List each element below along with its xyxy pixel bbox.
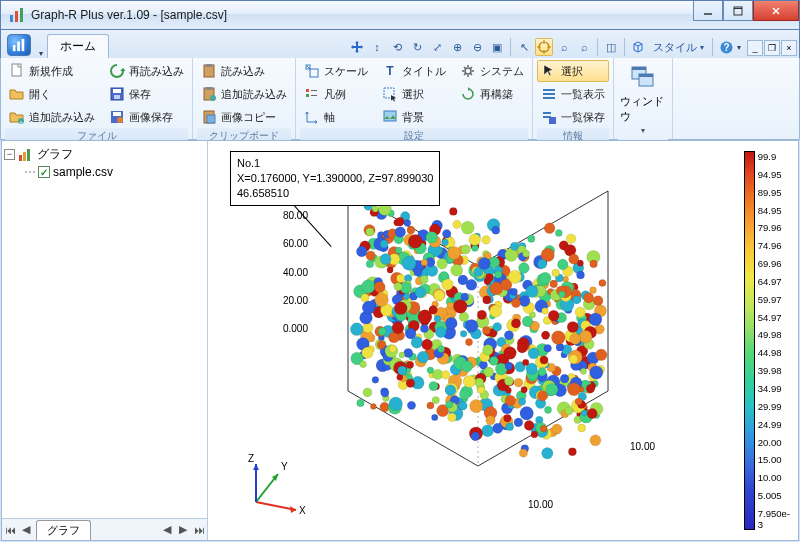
svg-point-623 bbox=[539, 272, 551, 284]
move-icon[interactable] bbox=[348, 38, 366, 56]
zoom-select-icon[interactable]: ⌕ bbox=[575, 38, 593, 56]
svg-point-609 bbox=[478, 386, 485, 393]
checkbox-checked-icon[interactable]: ✓ bbox=[38, 166, 50, 178]
svg-point-615 bbox=[454, 300, 468, 314]
svg-point-80 bbox=[461, 221, 474, 234]
svg-point-449 bbox=[422, 339, 433, 350]
wireframe-icon[interactable] bbox=[629, 38, 647, 56]
svg-point-378 bbox=[432, 414, 438, 420]
svg-point-661 bbox=[511, 319, 520, 328]
sheet-tab[interactable]: グラフ bbox=[36, 520, 91, 540]
fit-icon[interactable]: ▣ bbox=[488, 38, 506, 56]
svg-rect-52 bbox=[632, 67, 646, 70]
copy-image-icon bbox=[201, 109, 217, 125]
svg-text:?: ? bbox=[723, 42, 729, 53]
svg-point-486 bbox=[544, 345, 552, 353]
rebuild-button[interactable]: 再構築 bbox=[456, 83, 528, 105]
svg-point-493 bbox=[541, 331, 549, 339]
app-menu-button[interactable] bbox=[7, 34, 31, 56]
help-dropdown-icon[interactable]: ▾ bbox=[737, 43, 741, 52]
plot-pane[interactable]: No.1 X=0.176000, Y=1.390000, Z=97.899030… bbox=[208, 141, 798, 540]
zoom-region-icon[interactable]: ⌕ bbox=[555, 38, 573, 56]
copy-image-button[interactable]: 画像コピー bbox=[197, 106, 291, 128]
svg-point-407 bbox=[599, 279, 606, 286]
svg-point-674 bbox=[471, 432, 480, 441]
axis-button[interactable]: 軸 bbox=[300, 106, 372, 128]
minimize-button[interactable] bbox=[693, 1, 723, 21]
list-view-button[interactable]: 一覧表示 bbox=[537, 83, 609, 105]
svg-point-566 bbox=[528, 235, 535, 242]
tab-first-icon[interactable]: ⏮ bbox=[2, 524, 18, 536]
reload-button[interactable]: 再読み込み bbox=[105, 60, 188, 82]
svg-point-507 bbox=[448, 247, 461, 260]
zoom-in-icon[interactable]: ⊕ bbox=[448, 38, 466, 56]
svg-point-477 bbox=[586, 384, 595, 393]
svg-point-386 bbox=[442, 371, 450, 379]
style-dropdown[interactable]: スタイル▾ bbox=[649, 39, 708, 56]
svg-point-663 bbox=[415, 287, 426, 298]
rotate-x-icon[interactable]: ↻ bbox=[408, 38, 426, 56]
z-label: Z bbox=[248, 453, 254, 464]
rotate-z-up-icon[interactable]: ↕ bbox=[368, 38, 386, 56]
add-load-button[interactable]: +追加読み込み bbox=[5, 106, 99, 128]
ribbon-group-settings: スケール 凡例 軸 Tタイトル 選択 背景 システム 再構築 設定 bbox=[296, 58, 533, 139]
svg-point-170 bbox=[544, 223, 555, 234]
gear-icon bbox=[460, 63, 476, 79]
window-title: Graph-R Plus ver.1.09 - [sample.csv] bbox=[31, 8, 693, 22]
close-button[interactable] bbox=[753, 1, 799, 21]
help-icon[interactable]: ? bbox=[717, 38, 735, 56]
clipboard-add-load-button[interactable]: 追加読み込み bbox=[197, 83, 291, 105]
tab-next-icon[interactable]: ▶ bbox=[175, 523, 191, 536]
maximize-button[interactable] bbox=[723, 1, 753, 21]
collapse-icon[interactable]: − bbox=[4, 149, 15, 160]
tab-prev-icon[interactable]: ◀ bbox=[18, 523, 34, 536]
save-image-button[interactable]: 画像保存 bbox=[105, 106, 188, 128]
zoom-out-icon[interactable]: ⊖ bbox=[468, 38, 486, 56]
rotate-z-down-icon[interactable]: ⟲ bbox=[388, 38, 406, 56]
svg-point-696 bbox=[565, 407, 573, 415]
mdi-close-button[interactable]: × bbox=[781, 40, 797, 56]
qat-dropdown-icon[interactable]: ▾ bbox=[35, 49, 47, 58]
tab-last-icon[interactable]: ⏭ bbox=[191, 524, 207, 536]
mdi-minimize-button[interactable]: _ bbox=[747, 40, 763, 56]
save-image-icon bbox=[109, 109, 125, 125]
scale-icon bbox=[304, 63, 320, 79]
list-icon bbox=[541, 86, 557, 102]
rotate-y-icon[interactable]: ⤢ bbox=[428, 38, 446, 56]
title-icon: T bbox=[382, 63, 398, 79]
svg-point-418 bbox=[405, 328, 416, 339]
tab-prev2-icon[interactable]: ◀ bbox=[159, 523, 175, 536]
background-button[interactable]: 背景 bbox=[378, 106, 450, 128]
system-button[interactable]: システム bbox=[456, 60, 528, 82]
tree[interactable]: − グラフ ⋯ ✓ sample.csv bbox=[2, 141, 207, 518]
open-button[interactable]: 開く bbox=[5, 83, 99, 105]
svg-point-575 bbox=[459, 401, 468, 410]
list-save-button[interactable]: 一覧保存 bbox=[537, 106, 609, 128]
tree-root[interactable]: − グラフ bbox=[4, 145, 205, 164]
pick-icon[interactable] bbox=[535, 38, 553, 56]
scale-button[interactable]: スケール bbox=[300, 60, 372, 82]
info-select-button[interactable]: 選択 bbox=[537, 60, 609, 82]
legend-button[interactable]: 凡例 bbox=[300, 83, 372, 105]
tab-home[interactable]: ホーム bbox=[47, 34, 109, 58]
tree-item[interactable]: ⋯ ✓ sample.csv bbox=[24, 164, 205, 180]
svg-rect-30 bbox=[206, 87, 212, 90]
mdi-restore-button[interactable]: ❐ bbox=[764, 40, 780, 56]
svg-point-425 bbox=[357, 399, 365, 407]
svg-point-555 bbox=[447, 302, 454, 309]
new-button[interactable]: 新規作成 bbox=[5, 60, 99, 82]
svg-point-680 bbox=[426, 232, 438, 244]
svg-point-597 bbox=[361, 294, 369, 302]
pointer-icon[interactable]: ↖ bbox=[515, 38, 533, 56]
clipboard-load-button[interactable]: 読み込み bbox=[197, 60, 291, 82]
window-button[interactable]: ウィンドウ ▾ bbox=[618, 60, 668, 139]
title-button[interactable]: Tタイトル bbox=[378, 60, 450, 82]
svg-point-467 bbox=[580, 368, 586, 374]
select-button[interactable]: 選択 bbox=[378, 83, 450, 105]
colorbar: 99.994.9589.9584.9579.9674.9669.9664.975… bbox=[744, 151, 790, 530]
svg-point-531 bbox=[486, 416, 495, 425]
save-button[interactable]: 保存 bbox=[105, 83, 188, 105]
tooltip-line-1: No.1 bbox=[237, 156, 433, 171]
svg-rect-37 bbox=[306, 94, 309, 97]
cube-icon[interactable]: ◫ bbox=[602, 38, 620, 56]
